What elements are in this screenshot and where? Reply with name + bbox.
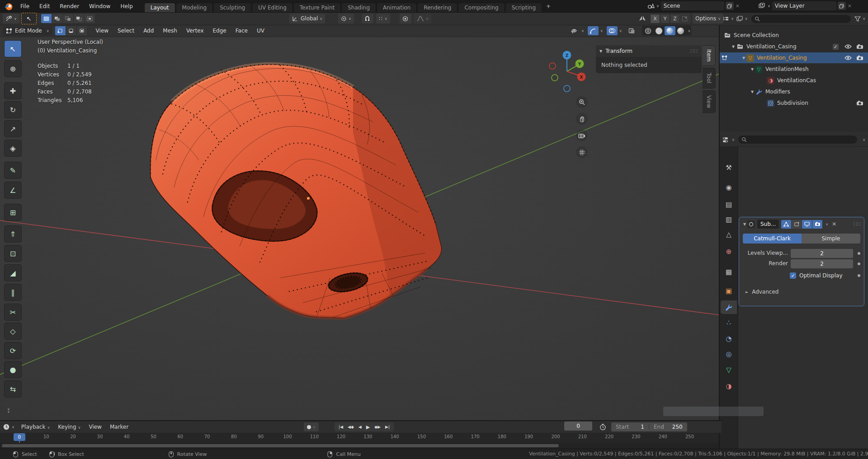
menu-render[interactable]: Render xyxy=(55,3,84,9)
show-in-editmode-toggle[interactable] xyxy=(781,220,792,229)
collection-checkbox[interactable]: ✓ xyxy=(833,44,839,50)
proportional-falloff-dropdown[interactable]: ∨ xyxy=(414,14,431,23)
jump-to-start-button[interactable]: |◀ xyxy=(336,425,345,429)
scene-unlink-icon[interactable]: ✕ xyxy=(736,3,740,9)
scene-caret-icon[interactable]: ∨ xyxy=(656,4,659,8)
transform-panel-header[interactable]: ▼ Transform ∷∷ xyxy=(596,45,702,57)
tool-move-button[interactable]: ✚ xyxy=(4,82,22,99)
timeline-scrollbar[interactable] xyxy=(2,444,559,447)
wireframe-shading-icon[interactable] xyxy=(643,26,654,35)
tool-scale-button[interactable]: ↗ xyxy=(4,120,22,137)
timeline-menu-marker[interactable]: Marker xyxy=(106,424,132,430)
tool-rotate-button[interactable]: ↻ xyxy=(4,101,22,118)
outliner-row-scene-collection[interactable]: Scene Collection xyxy=(723,30,868,41)
animate-dot-icon[interactable] xyxy=(858,252,860,255)
workspace-tab-rendering[interactable]: Rendering xyxy=(417,3,458,12)
timeline-menu-keying[interactable]: Keying∨ xyxy=(54,424,85,430)
properties-options-caret-icon[interactable]: ∨ xyxy=(863,138,865,142)
gizmos-toggle-icon[interactable] xyxy=(588,26,599,35)
tool-smooth-button[interactable]: ● xyxy=(4,361,22,378)
menu-help[interactable]: Help xyxy=(115,3,137,9)
view-layer-copy-icon[interactable] xyxy=(838,2,846,10)
workspace-tab-compositing[interactable]: Compositing xyxy=(458,3,505,12)
snap-with-dropdown[interactable]: ∷ ∨ xyxy=(376,14,390,23)
pan-hand-icon[interactable] xyxy=(576,113,588,125)
optimal-display-checkbox[interactable]: ✓ xyxy=(790,272,796,279)
catmull-clark-button[interactable]: Catmull-Clark xyxy=(743,234,802,244)
properties-tab-scene[interactable]: △ xyxy=(721,228,737,241)
panel-collapse-icon[interactable]: ▼ xyxy=(599,49,602,53)
gizmo-neg-y-axis[interactable] xyxy=(552,75,558,81)
workspace-tab-modeling[interactable]: Modeling xyxy=(176,3,213,12)
material-preview-shading-icon[interactable] xyxy=(665,26,675,35)
next-keyframe-button[interactable]: ◆▶ xyxy=(372,425,383,429)
viewport-menu-uv[interactable]: UV xyxy=(252,28,269,34)
options-dropdown[interactable]: Options ∨ xyxy=(693,14,723,23)
n-panel-tab-tool[interactable]: Tool xyxy=(703,68,716,89)
properties-tab-tool[interactable]: ⚒ xyxy=(721,161,737,174)
select-mode-invert-button[interactable] xyxy=(74,14,85,23)
active-tool-dropdown[interactable]: ∨ xyxy=(3,14,19,23)
viewport-menu-select[interactable]: Select xyxy=(113,28,139,34)
view-layer-caret-icon[interactable]: ∨ xyxy=(768,4,770,8)
properties-tab-output[interactable]: ▤ xyxy=(721,198,737,211)
properties-tab-constraints[interactable]: ◎ xyxy=(721,347,737,361)
workspace-tab-layout[interactable]: Layout xyxy=(144,3,175,12)
properties-tab-physics[interactable]: ◔ xyxy=(721,332,737,346)
properties-tab-particles[interactable]: ∴ xyxy=(721,316,737,329)
gizmo-neg-z-axis[interactable] xyxy=(564,85,570,92)
outliner-search-input[interactable] xyxy=(751,15,851,23)
levels-viewport-field[interactable]: 2 xyxy=(791,249,853,258)
expand-icon[interactable]: ▼ xyxy=(750,90,755,94)
viewport-menu-face[interactable]: Face xyxy=(231,28,252,34)
modifier-close-icon[interactable]: ✕ xyxy=(832,221,836,227)
disable-render-camera-icon[interactable] xyxy=(856,44,863,49)
menu-edit[interactable]: Edit xyxy=(34,3,55,9)
n-panel-tab-view[interactable]: View xyxy=(703,90,716,113)
viewport-menu-add[interactable]: Add xyxy=(139,28,158,34)
view-layer-field[interactable]: View Layer xyxy=(772,1,836,10)
vertex-select-button[interactable] xyxy=(55,26,66,35)
select-mode-extend-button[interactable] xyxy=(52,14,63,23)
outliner-filter-dropdown[interactable]: ∨ xyxy=(854,16,865,22)
outliner-row-collection[interactable]: ▼ Ventilation_Casing ✓ xyxy=(720,41,868,52)
proportional-editing-button[interactable] xyxy=(400,14,411,23)
animate-dot-icon[interactable] xyxy=(858,274,860,277)
zoom-icon[interactable] xyxy=(576,96,588,108)
viewport-menu-mesh[interactable]: Mesh xyxy=(158,28,182,34)
hide-viewport-eye-icon[interactable] xyxy=(844,44,852,49)
timeline-editor-type-dropdown[interactable]: ∨ xyxy=(3,423,14,431)
snap-base-dropdown[interactable] xyxy=(679,14,690,23)
scene-copy-icon[interactable] xyxy=(726,2,734,10)
expand-icon[interactable]: ▼ xyxy=(750,67,755,71)
outliner-row-object-selected[interactable]: ▼ ▽ Ventilation_Casing xyxy=(720,52,868,63)
toggle-orthographic-icon[interactable] xyxy=(576,146,588,158)
play-reverse-button[interactable]: ◀ xyxy=(356,425,364,429)
outliner-filter-id-dropdown[interactable]: ∨ xyxy=(736,16,748,22)
expand-icon[interactable]: ▼ xyxy=(731,45,736,49)
tool-poly-build-button[interactable]: ◇ xyxy=(4,323,22,340)
show-object-types-icon[interactable] xyxy=(569,26,580,35)
show-in-render-toggle[interactable] xyxy=(812,220,823,229)
add-workspace-button[interactable]: + xyxy=(542,2,554,11)
workspace-tab-animation[interactable]: Animation xyxy=(377,3,417,12)
outliner-row-subdivision[interactable]: Subdivision xyxy=(720,98,868,108)
outliner-row-mesh-data[interactable]: ▼ ▽ VentilationMesh xyxy=(720,64,868,75)
timeline-menu-view[interactable]: View xyxy=(85,424,105,430)
advanced-section-header[interactable]: ► Advanced xyxy=(745,289,778,295)
viewport-3d-scene[interactable] xyxy=(0,25,719,420)
scene-name-field[interactable]: Scene xyxy=(661,1,724,10)
outliner-row-modifiers[interactable]: ▼ Modifiers xyxy=(720,86,868,97)
mirror-z-toggle[interactable]: Z xyxy=(670,14,680,23)
pivot-point-dropdown[interactable]: ∨ xyxy=(338,14,354,23)
tool-extrude-region-button[interactable]: ⇑ xyxy=(4,225,22,243)
menu-file[interactable]: File xyxy=(15,3,34,9)
outliner-row-material[interactable]: ◑ VentilationCas xyxy=(720,75,868,86)
viewport-menu-vertex[interactable]: Vertex xyxy=(182,28,208,34)
tool-spin-button[interactable]: ⟳ xyxy=(4,342,22,359)
modifier-name-field[interactable]: Sub... xyxy=(757,220,779,229)
tool-loop-cut-button[interactable]: ∥ xyxy=(4,284,22,301)
visibility-caret-icon[interactable]: ∨ xyxy=(581,29,584,33)
blender-logo-icon[interactable] xyxy=(4,1,14,11)
workspace-tab-sculpting[interactable]: Sculpting xyxy=(213,3,251,12)
